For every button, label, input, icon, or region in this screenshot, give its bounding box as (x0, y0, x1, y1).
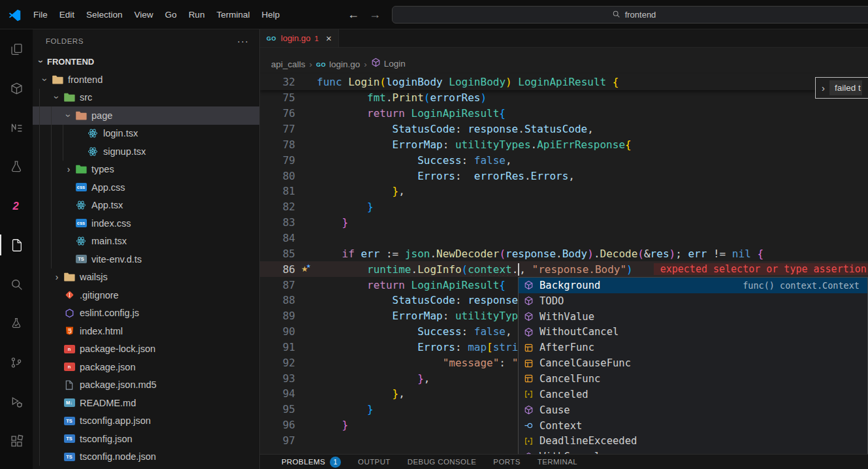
bottom-panel: PROBLEMS1OUTPUTDEBUG CONSOLEPORTSTERMINA… (260, 454, 868, 469)
sticky-scroll-line[interactable]: 32func Login(loginBody LoginBody) LoginA… (260, 74, 868, 90)
code-line-80[interactable]: 80 Errors: errorRes.Errors, (260, 168, 868, 184)
tree-item-tsconfig.app.json[interactable]: ›TStsconfig.app.json (33, 412, 259, 430)
code-line-77[interactable]: 77 StatusCode: response.StatusCode, (260, 121, 868, 137)
breadcrumb-item-login.go[interactable]: GOlogin.go (316, 59, 360, 69)
file-tree: ›frontend›src›page›login.tsx›signup.tsx›… (33, 71, 259, 466)
panel-tab-debug-console[interactable]: DEBUG CONSOLE (408, 458, 477, 466)
go-file-icon: GO (266, 35, 276, 42)
suggest-item-context[interactable]: Context (519, 418, 867, 434)
suggest-item-todo[interactable]: TODO (519, 293, 867, 309)
suggest-item-afterfunc[interactable]: AfterFunc (519, 340, 867, 355)
activity-item-extensions-icon[interactable] (0, 421, 33, 461)
forward-arrow-button[interactable]: → (369, 8, 381, 22)
tsconfig-icon: TS (63, 434, 76, 443)
tree-item-signup.tsx[interactable]: ›signup.tsx (33, 142, 259, 161)
find-widget[interactable]: › failed t (815, 77, 868, 99)
activity-item-source-control-icon[interactable] (0, 343, 33, 382)
panel-tab-problems[interactable]: PROBLEMS1 (281, 457, 341, 468)
command-center-search[interactable]: frontend (392, 6, 868, 24)
code-line-83[interactable]: 83 } (260, 215, 868, 231)
menu-help[interactable]: Help (255, 7, 285, 23)
activity-item-run-debug-icon[interactable] (0, 382, 33, 421)
menu-go[interactable]: Go (159, 7, 183, 23)
suggest-item-cancelfunc[interactable]: CancelFunc (519, 371, 867, 387)
activity-item-flask-icon[interactable] (0, 147, 33, 186)
suggest-item-background[interactable]: Backgroundfunc() context.Context (519, 278, 867, 293)
code-line-75[interactable]: 75 fmt.Print(errorRes) (260, 90, 868, 106)
tree-item-types[interactable]: ›types (33, 161, 259, 179)
activity-item-beaker-check-icon[interactable] (0, 304, 33, 343)
breadcrumb-item-api_calls[interactable]: api_calls (271, 59, 306, 69)
tree-item-package.json.md5[interactable]: ›package.json.md5 (33, 376, 259, 395)
panel-tab-output[interactable]: OUTPUT (358, 458, 391, 466)
tree-item-tsconfig.node.json[interactable]: ›TStsconfig.node.json (33, 448, 259, 466)
code-line-86[interactable]: 86★★ runtime.LogInfo(context., "response… (260, 261, 868, 277)
activity-item-search-icon[interactable] (0, 265, 33, 304)
tree-item-src[interactable]: ›src (33, 89, 259, 107)
tree-item-eslint.config.js[interactable]: ›eslint.config.js (33, 304, 259, 323)
history-navigation: ← → (347, 0, 381, 29)
tree-item-package-lock.json[interactable]: ›npackage-lock.json (33, 340, 259, 359)
find-expand-chevron-icon[interactable]: › (822, 82, 825, 93)
indent-guide (51, 161, 63, 179)
menu-terminal[interactable]: Terminal (210, 7, 255, 23)
sidebar-section-frontend[interactable]: › FRONTEND (33, 52, 259, 71)
tree-item-index.css[interactable]: ›cssindex.css (33, 214, 259, 233)
activity-item-copy-pages-icon[interactable] (0, 29, 33, 69)
tree-item-index.html[interactable]: ›index.html (33, 322, 259, 340)
code-line-81[interactable]: 81 }, (260, 184, 868, 199)
code-line-84[interactable]: 84 (260, 231, 868, 246)
tree-item-login.tsx[interactable]: ›login.tsx (33, 125, 259, 143)
file-icon (63, 380, 76, 390)
suggest-item-deadlineexceeded[interactable]: DeadlineExceeded (519, 433, 867, 449)
menu-view[interactable]: View (129, 7, 159, 23)
symbol-method-icon (522, 296, 535, 306)
tree-item-frontend[interactable]: ›frontend (33, 71, 259, 89)
line-number: 76 (260, 107, 295, 120)
code-line-82[interactable]: 82 } (260, 199, 868, 215)
sidebar-more-actions-icon[interactable]: ··· (237, 35, 249, 46)
tree-item-tsconfig.json[interactable]: ›TStsconfig.json (33, 430, 259, 448)
suggest-item-withvalue[interactable]: WithValue (519, 309, 867, 325)
code-line-79[interactable]: 79 Success: false, (260, 152, 868, 168)
panel-tab-ports[interactable]: PORTS (493, 458, 520, 466)
tree-item-package.json[interactable]: ›npackage.json (33, 358, 259, 376)
suggest-item-cause[interactable]: Cause (519, 402, 867, 418)
code-line-32[interactable]: 32func Login(loginBody LoginBody) LoginA… (260, 74, 619, 90)
code-line-85[interactable]: 85 if err := json.NewDecoder(response.Bo… (260, 246, 868, 261)
tree-item-.gitignore[interactable]: ›.gitignore (33, 286, 259, 304)
suggest-item-cancelcausefunc[interactable]: CancelCauseFunc (519, 355, 867, 371)
breadcrumb-item-login[interactable]: Login (371, 57, 406, 69)
activity-item-package-box-icon[interactable] (0, 69, 33, 108)
code-text: } (317, 201, 868, 213)
back-arrow-button[interactable]: ← (347, 8, 359, 22)
tree-item-app.css[interactable]: ›cssApp.css (33, 178, 259, 197)
menu-run[interactable]: Run (183, 7, 211, 23)
tree-item-app.tsx[interactable]: ›App.tsx (33, 197, 259, 215)
menu-bar: FileEditSelectionViewGoRunTerminalHelp (27, 7, 285, 23)
code-line-78[interactable]: 78 ErrorMap: utilityTypes.ApiErrResponse… (260, 137, 868, 153)
activity-item-explorer-icon[interactable] (0, 225, 33, 265)
panel-tab-terminal[interactable]: TERMINAL (538, 458, 577, 466)
tab-login-go[interactable]: GO login.go 1 × (260, 29, 339, 47)
tree-item-vite-env.d.ts[interactable]: ›TSvite-env.d.ts (33, 250, 259, 268)
close-icon[interactable]: × (326, 33, 332, 44)
tree-item-wailsjs[interactable]: ›wailsjs (33, 268, 259, 287)
tree-item-main.tsx[interactable]: ›main.tsx (33, 233, 259, 251)
tree-item-readme.md[interactable]: ›M↓README.md (33, 394, 259, 412)
line-number: 95 (260, 403, 295, 415)
tree-item-label: wailsjs (80, 272, 108, 282)
indent-guide (39, 178, 51, 197)
find-input[interactable]: failed t (829, 80, 862, 95)
menu-selection[interactable]: Selection (80, 7, 129, 23)
indent-guide (39, 376, 51, 395)
suggest-item-canceled[interactable]: Canceled (519, 387, 867, 402)
activity-item-notebook-n-icon[interactable] (0, 108, 33, 147)
code-line-76[interactable]: 76 return LoginApiResult{ (260, 106, 868, 121)
activity-item-pink-2-icon[interactable]: 2 (0, 186, 33, 225)
tree-item-page[interactable]: ›page (33, 106, 259, 125)
suggest-item-withoutcancel[interactable]: WithoutCancel (519, 325, 867, 340)
menu-file[interactable]: File (27, 7, 54, 23)
menu-edit[interactable]: Edit (54, 7, 80, 23)
breadcrumb: api_calls›GOlogin.go›Login (260, 48, 868, 74)
